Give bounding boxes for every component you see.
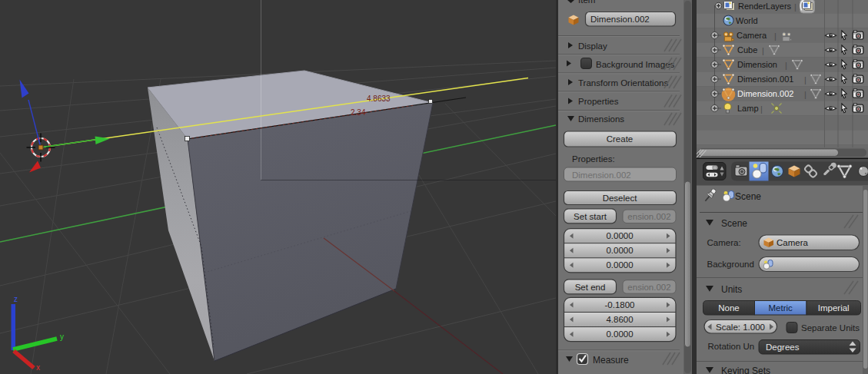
svg-text:Create: Create: [607, 134, 634, 144]
svg-text:4.8600: 4.8600: [606, 315, 633, 324]
svg-text:Scene: Scene: [735, 191, 761, 202]
svg-text:-0.1800: -0.1800: [604, 300, 634, 309]
svg-text:Dimensions: Dimensions: [578, 114, 624, 124]
svg-text:Metric: Metric: [769, 303, 793, 313]
svg-text:Properties:: Properties:: [572, 154, 615, 164]
svg-text:Degrees: Degrees: [766, 343, 800, 352]
svg-text:0.0000: 0.0000: [606, 246, 633, 255]
svg-text:Dimension.002: Dimension.002: [590, 15, 650, 24]
svg-text:Set end: Set end: [575, 283, 606, 292]
svg-text:World: World: [736, 16, 758, 25]
svg-text:Camera: Camera: [737, 31, 767, 40]
svg-text:|: |: [804, 90, 806, 99]
svg-text:Lamp: Lamp: [737, 104, 759, 113]
svg-text:Background: Background: [707, 260, 754, 269]
svg-text:y: y: [60, 333, 64, 341]
svg-text:Background Images: Background Images: [596, 60, 675, 69]
svg-text:|: |: [794, 2, 796, 12]
svg-text:Dimension: Dimension: [737, 60, 777, 69]
svg-text:|: |: [760, 104, 763, 114]
svg-text:Keying Sets: Keying Sets: [721, 366, 770, 374]
svg-text:None: None: [718, 303, 740, 313]
svg-text:Scale: 1.000: Scale: 1.000: [716, 323, 765, 332]
svg-text:Properties: Properties: [578, 97, 619, 106]
svg-text:Transform Orientations: Transform Orientations: [578, 78, 668, 88]
svg-text:RenderLayers: RenderLayers: [738, 2, 792, 11]
svg-text:0.0000: 0.0000: [606, 231, 633, 240]
svg-text:|: |: [762, 46, 764, 55]
svg-text:Camera: Camera: [777, 238, 809, 247]
svg-text:Imperial: Imperial: [818, 303, 850, 313]
svg-text:Camera:: Camera:: [707, 238, 741, 247]
svg-text:Separate Units: Separate Units: [801, 323, 860, 333]
svg-text:z: z: [14, 295, 18, 303]
svg-text:|: |: [804, 75, 806, 84]
svg-text:Scene: Scene: [721, 218, 747, 229]
svg-text:0.0000: 0.0000: [606, 260, 633, 270]
svg-text:Measure: Measure: [593, 355, 629, 366]
svg-text:|: |: [785, 61, 787, 70]
svg-text:Set start: Set start: [574, 212, 607, 221]
svg-text:Display: Display: [578, 41, 607, 51]
svg-text:Cube: Cube: [737, 45, 757, 55]
svg-text:|: |: [774, 31, 777, 41]
svg-text:Item: Item: [578, 0, 595, 5]
svg-text:x: x: [36, 363, 40, 372]
svg-text:Deselect: Deselect: [603, 194, 638, 203]
svg-text:0.0000: 0.0000: [606, 329, 633, 339]
svg-text:2.34: 2.34: [351, 108, 366, 117]
svg-text:Units: Units: [721, 284, 742, 295]
svg-text:Dimension.001: Dimension.001: [737, 74, 793, 84]
svg-text:Dimension.002: Dimension.002: [572, 170, 631, 180]
svg-text:ension.002: ension.002: [627, 212, 670, 221]
svg-text:Dimension.002: Dimension.002: [737, 89, 793, 98]
svg-text:ension.002: ension.002: [627, 283, 670, 292]
svg-text:4.8633: 4.8633: [367, 94, 391, 103]
svg-text:Rotation Un: Rotation Un: [708, 342, 755, 351]
